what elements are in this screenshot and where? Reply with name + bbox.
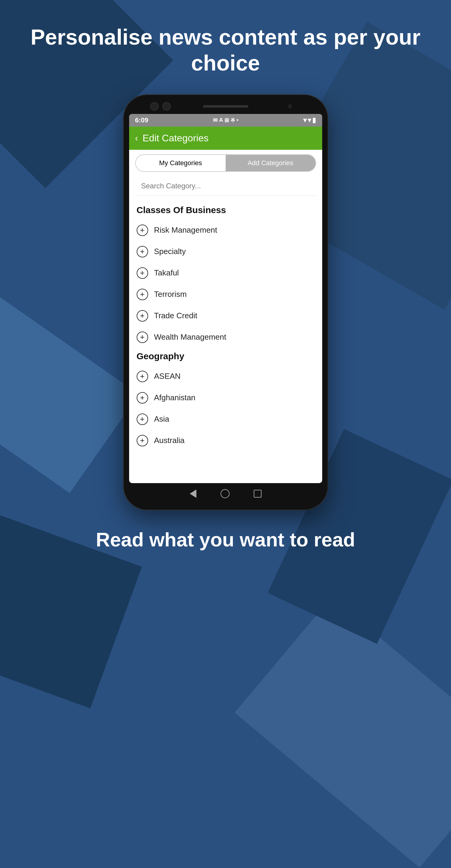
wifi-icon: ▾ <box>303 116 307 124</box>
signal-icon: ⊞ <box>224 117 229 124</box>
categories-scroll-container[interactable]: Classes Of Business + Risk Management + … <box>129 199 322 483</box>
status-bar: 6:09 ✉ A ⊞ ※ • ▾ ▾ ▮ <box>129 114 322 127</box>
category-label: Australia <box>154 436 185 445</box>
list-item[interactable]: + Trade Credit <box>137 305 315 327</box>
add-icon: + <box>137 289 148 300</box>
back-button[interactable]: ‹ <box>135 133 138 143</box>
network-icon: ※ <box>230 117 235 124</box>
dot-indicator: • <box>236 117 238 123</box>
list-item[interactable]: + Wealth Management <box>137 327 315 348</box>
status-time: 6:09 <box>135 116 148 124</box>
list-item[interactable]: + Risk Management <box>137 220 315 241</box>
list-item[interactable]: + Asia <box>137 409 315 430</box>
back-nav-button[interactable] <box>190 490 196 498</box>
category-label: Wealth Management <box>154 333 226 342</box>
add-icon: + <box>137 332 148 343</box>
phone-top-bar <box>129 100 322 113</box>
category-label: Terrorism <box>154 290 187 299</box>
app-header-bar: ‹ Edit Categories <box>129 127 322 150</box>
category-label: Asia <box>154 414 170 424</box>
status-icons: ✉ A ⊞ ※ • <box>213 117 238 124</box>
camera-left-icon <box>150 102 159 111</box>
add-icon: + <box>137 392 148 404</box>
status-right-icons: ▾ ▾ ▮ <box>303 116 316 124</box>
tab-bar: My Categories Add Categories <box>135 154 316 172</box>
section-classes-of-business: Classes Of Business <box>137 205 315 215</box>
category-label: Specialty <box>154 247 186 256</box>
add-icon: + <box>137 310 148 321</box>
mail-icon: ✉ <box>213 117 218 124</box>
list-item[interactable]: + Takaful <box>137 262 315 284</box>
recents-nav-button[interactable] <box>254 490 261 498</box>
camera-right-icon <box>162 102 171 111</box>
add-icon: + <box>137 435 148 446</box>
category-label: ASEAN <box>154 372 181 381</box>
page-header: Personalise news content as per your cho… <box>0 24 451 76</box>
search-input[interactable] <box>135 176 316 196</box>
list-item[interactable]: + ASEAN <box>137 366 315 387</box>
header-title: Personalise news content as per your cho… <box>0 24 451 76</box>
tab-my-categories[interactable]: My Categories <box>136 155 226 171</box>
phone-bottom-nav <box>129 483 322 504</box>
tab-add-categories[interactable]: Add Categories <box>226 155 315 171</box>
list-item[interactable]: + Specialty <box>137 241 315 262</box>
signal-bars-icon: ▾ <box>308 116 311 124</box>
category-label: Trade Credit <box>154 311 198 320</box>
phone-screen: 6:09 ✉ A ⊞ ※ • ▾ ▾ ▮ ‹ Edit Categories <box>129 114 322 483</box>
add-icon: + <box>137 413 148 425</box>
page-footer: Read what you want to read <box>96 528 356 551</box>
category-label: Afghanistan <box>154 393 196 402</box>
list-item[interactable]: + Afghanistan <box>137 387 315 409</box>
add-icon: + <box>137 246 148 257</box>
phone-body: 6:09 ✉ A ⊞ ※ • ▾ ▾ ▮ ‹ Edit Categories <box>123 94 328 510</box>
footer-title: Read what you want to read <box>96 528 356 551</box>
section-geography: Geography <box>137 351 315 361</box>
list-item[interactable]: + Terrorism <box>137 284 315 305</box>
list-item[interactable]: + Australia <box>137 430 315 452</box>
phone-speaker <box>203 105 248 107</box>
category-label: Takaful <box>154 268 179 278</box>
category-label: Risk Management <box>154 225 218 235</box>
battery-icon: ▮ <box>312 116 316 124</box>
phone-mockup: 6:09 ✉ A ⊞ ※ • ▾ ▾ ▮ ‹ Edit Categories <box>123 94 328 510</box>
add-icon: + <box>137 267 148 279</box>
add-icon: + <box>137 224 148 236</box>
notification-icon: A <box>219 117 223 123</box>
phone-dot <box>288 104 292 108</box>
home-nav-button[interactable] <box>221 489 230 498</box>
app-bar-title: Edit Categories <box>143 133 209 144</box>
add-icon: + <box>137 371 148 382</box>
